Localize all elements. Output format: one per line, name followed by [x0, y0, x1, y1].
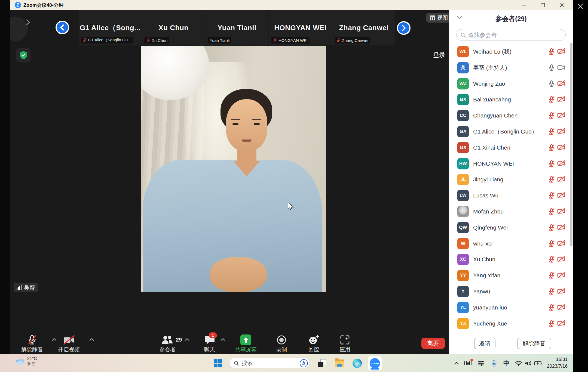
taskbar-clock[interactable]: 15:31 2023/7/16	[547, 356, 568, 370]
participant-search-input[interactable]: 查找参会者	[456, 29, 566, 41]
zoom-app-button[interactable]: zoom	[367, 354, 383, 372]
participant-row[interactable]: QW Qingfeng Wei	[449, 220, 569, 235]
panel-scrollbar[interactable]	[570, 43, 572, 246]
share-screen-button[interactable]: 共享屏幕	[225, 334, 266, 353]
participant-row[interactable]: BX Bai xuancahng	[449, 92, 569, 107]
desktop-right-strip	[573, 0, 588, 372]
desktop-close-button[interactable]	[576, 2, 584, 11]
unmute-button[interactable]: 解除静音	[12, 334, 53, 353]
task-view-button[interactable]	[315, 354, 329, 372]
video-person-face	[226, 99, 267, 151]
participant-row[interactable]: GX G1 Xinai Chen	[449, 140, 569, 156]
participants-caret[interactable]	[185, 337, 189, 342]
battery-button[interactable]	[531, 354, 545, 372]
participant-mic-status	[548, 96, 555, 104]
chat-caret[interactable]	[220, 337, 225, 342]
participant-mic-status	[548, 64, 555, 72]
task-view-icon	[318, 359, 326, 367]
participant-row[interactable]: HW HONGYAN WEI	[449, 156, 569, 172]
participant-row[interactable]: Mofan Zhou	[449, 204, 569, 219]
filmstrip-tile[interactable]: Zhang Canwei Zhang Canwei	[332, 10, 395, 45]
participant-name: G1 Xinai Chen	[473, 140, 510, 156]
start-button[interactable]	[211, 354, 225, 372]
mic-muted-icon	[548, 112, 555, 119]
active-speaker-label: 吴帮	[14, 283, 38, 292]
participant-row[interactable]: Y Yanwu	[449, 284, 569, 299]
participant-row[interactable]: LW Lucas Wu	[449, 188, 569, 203]
participant-video-status	[557, 256, 565, 264]
leave-button[interactable]: 离开	[421, 338, 445, 349]
view-button[interactable]: 视图	[426, 13, 449, 23]
participant-row[interactable]: YY Yang Yifan	[449, 268, 569, 283]
participant-video-status	[557, 288, 565, 296]
filmstrip-tile[interactable]: HONGYAN WEI HONGYAN WEI	[269, 10, 332, 45]
filmstrip-tile[interactable]: Xu Chun Xu Chun	[142, 10, 205, 45]
avatar-initials: GX	[460, 145, 467, 150]
tray-app-button[interactable]: M	[461, 354, 475, 372]
participant-row[interactable]: 吴 吴帮 (主持人)	[449, 60, 569, 76]
security-shield-button[interactable]	[16, 48, 30, 62]
video-off-icon	[557, 320, 565, 327]
participant-video-status	[557, 240, 565, 248]
chat-badge: 1	[209, 332, 217, 338]
filmstrip-next-button[interactable]	[397, 21, 411, 35]
participant-avatar: QW	[457, 222, 469, 233]
window-titlebar: Z Zoom会议40-分钟	[10, 0, 573, 10]
search-icon	[234, 361, 239, 366]
shield-check-icon	[19, 51, 27, 60]
tray-mic-button[interactable]	[487, 354, 501, 372]
participant-video-status	[557, 320, 565, 328]
minimize-button[interactable]	[520, 2, 527, 9]
edge-browser-button[interactable]	[350, 354, 364, 372]
participant-video-status	[557, 64, 565, 72]
login-button[interactable]: 登录	[433, 51, 445, 59]
participant-row[interactable]: CC Changyuan Chen	[449, 108, 569, 123]
participant-row[interactable]: WL Weihao Lu (我)	[449, 44, 569, 60]
participant-mic-status	[548, 256, 555, 264]
participant-name: Weihao Lu (我)	[473, 44, 512, 60]
video-off-icon	[557, 288, 565, 294]
windows-logo-icon	[214, 359, 222, 367]
participant-mic-status	[548, 304, 555, 312]
tile-participant-name: Zhang Canwei	[339, 24, 388, 32]
participant-row[interactable]: W whu-xcr	[449, 236, 569, 252]
file-explorer-button[interactable]	[333, 354, 346, 372]
minimize-icon	[522, 5, 526, 5]
video-off-icon	[557, 48, 565, 55]
mic-muted-icon	[548, 224, 555, 231]
video-off-icon	[557, 160, 565, 167]
participant-row[interactable]: XC Xu Chun	[449, 252, 569, 267]
participant-avatar: WL	[457, 46, 469, 57]
view-button-label: 视图	[437, 14, 448, 21]
participant-row[interactable]: YX Yucheng Xue	[449, 316, 569, 331]
participant-row[interactable]: YL yuanyuan luo	[449, 300, 569, 315]
participant-row[interactable]: WZ Wenjing Zuo	[449, 76, 569, 92]
participant-mic-status	[548, 288, 555, 296]
invite-button[interactable]: 邀请	[474, 338, 495, 349]
ime-mode-button[interactable]: 中	[500, 354, 513, 372]
participant-row[interactable]: GA G1 Alice（Songlin Guo）	[449, 124, 569, 140]
video-options-caret[interactable]	[89, 337, 94, 342]
speaker-icon	[525, 360, 532, 366]
filmstrip-tile[interactable]: G1 Alice（Song... G1 Alice（Songlin Gu...	[79, 10, 142, 45]
participant-row[interactable]: JL Jingyi Liang	[449, 172, 569, 187]
taskbar-search-input[interactable]: 搜索 b	[229, 358, 310, 369]
apps-button[interactable]: 应用	[324, 334, 365, 353]
taskbar-weather-widget[interactable]: 21°C 多雲	[15, 356, 37, 366]
filmstrip-tile[interactable]: Yuan Tianli Yuan Tianli	[206, 10, 268, 45]
close-icon	[559, 2, 565, 8]
unmute-all-button[interactable]: 解除静音	[517, 338, 551, 349]
filmstrip-prev-button[interactable]	[56, 21, 69, 34]
reactions-label: 回应	[308, 346, 319, 353]
restore-button[interactable]	[539, 2, 546, 9]
participant-video-status	[557, 224, 565, 232]
mic-muted-icon	[548, 48, 555, 55]
tile-participant-name: Yuan Tianli	[218, 24, 256, 32]
close-button[interactable]	[558, 2, 565, 9]
tray-mixer-button[interactable]	[474, 354, 488, 372]
meeting-toolbar: 解除静音 开启视频 参会者	[10, 332, 449, 354]
participant-name: 吴帮 (主持人)	[473, 60, 507, 76]
participant-name: Mofan Zhou	[473, 204, 504, 219]
video-off-icon	[557, 224, 565, 231]
start-video-button[interactable]: 开启视频	[48, 334, 89, 353]
